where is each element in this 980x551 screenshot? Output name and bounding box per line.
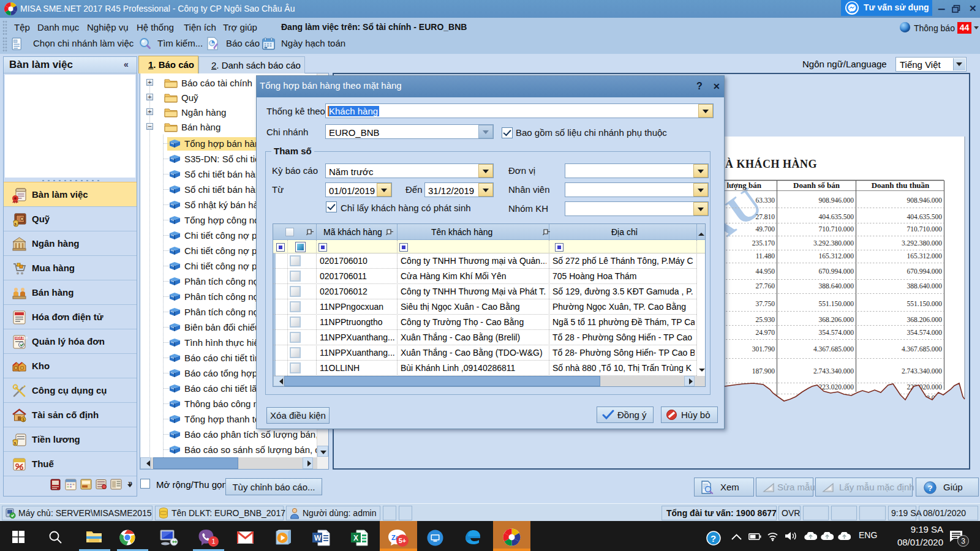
svg-text:37.750: 37.750 (755, 300, 775, 307)
svg-text:165.312.000: 165.312.000 (907, 252, 943, 260)
svg-text:3.292.380.000: 3.292.380.000 (813, 239, 854, 247)
svg-text:908.946.000: 908.946.000 (819, 197, 854, 204)
svg-text:44.950: 44.950 (755, 268, 775, 275)
svg-text:354.574.000: 354.574.000 (819, 329, 854, 336)
svg-text:2.743.340.000: 2.743.340.000 (813, 367, 854, 375)
svg-text:W: W (314, 534, 322, 542)
svg-text:27.760: 27.760 (755, 282, 775, 290)
svg-text:388.640.000: 388.640.000 (907, 282, 943, 290)
svg-text:165.312.000: 165.312.000 (819, 252, 854, 260)
svg-text:$: $ (22, 418, 24, 422)
svg-text:3.292.380.000: 3.292.380.000 (902, 239, 942, 247)
svg-text:235.170: 235.170 (752, 239, 775, 247)
svg-text:25.930: 25.930 (755, 316, 775, 323)
svg-text:223.020.000: 223.020.000 (819, 383, 854, 391)
svg-text:368.206.000: 368.206.000 (819, 316, 854, 323)
svg-text:551.150.000: 551.150.000 (819, 300, 854, 307)
svg-text:908.946.000: 908.946.000 (907, 197, 943, 204)
svg-text:710.710.000: 710.710.000 (819, 225, 854, 233)
svg-text:Doanh thu thuần: Doanh thu thuần (872, 181, 930, 190)
svg-text:551.150.000: 551.150.000 (907, 300, 943, 307)
svg-text:368.206.000: 368.206.000 (907, 316, 943, 323)
svg-text:187.900: 187.900 (752, 367, 775, 375)
svg-text:24.970: 24.970 (755, 329, 775, 336)
svg-text:2.743.340.000: 2.743.340.000 (902, 367, 942, 375)
svg-text:354.574.000: 354.574.000 (907, 329, 943, 336)
svg-text:?: ? (710, 533, 716, 544)
svg-text:670.994.000: 670.994.000 (907, 268, 943, 275)
svg-text:4.367.685.000: 4.367.685.000 (813, 345, 854, 353)
svg-text:X: X (353, 534, 358, 542)
svg-text:?: ? (928, 484, 933, 493)
svg-text:27.810: 27.810 (755, 213, 775, 220)
svg-text:63.330: 63.330 (755, 197, 775, 204)
svg-text:4.367.685.000: 4.367.685.000 (902, 345, 942, 353)
svg-text:670.994.000: 670.994.000 (819, 268, 854, 275)
svg-text:388.640.000: 388.640.000 (819, 282, 854, 290)
svg-text:HÓA ĐƠN: HÓA ĐƠN (15, 335, 28, 340)
svg-text:11.480: 11.480 (756, 252, 775, 260)
svg-text:Doanh số bán: Doanh số bán (793, 181, 840, 190)
svg-text:301.790: 301.790 (752, 345, 775, 353)
svg-text:404.635.500: 404.635.500 (907, 213, 943, 220)
svg-text:404.635.500: 404.635.500 (819, 213, 854, 220)
svg-text:710.710.000: 710.710.000 (907, 225, 943, 233)
svg-text:49.700: 49.700 (755, 225, 775, 233)
